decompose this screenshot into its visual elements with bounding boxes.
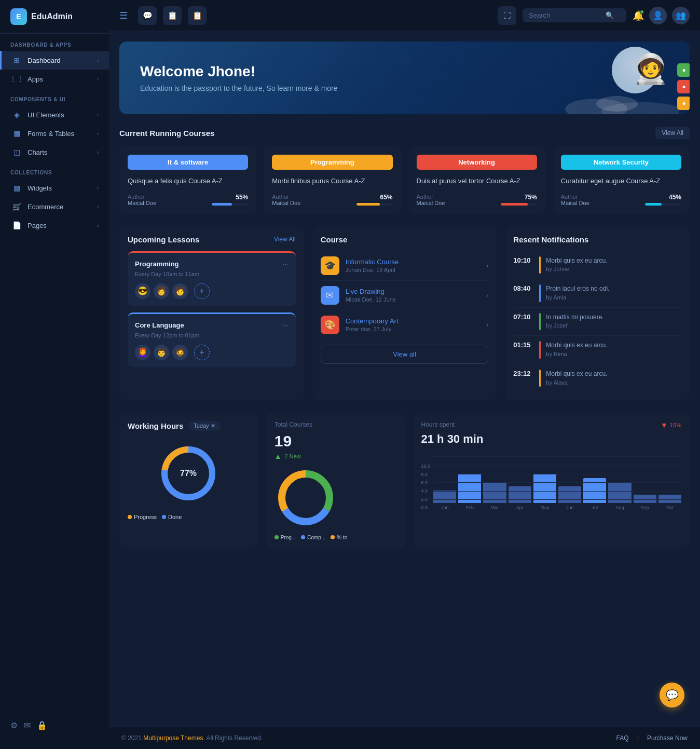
sidebar-item-ecommerce[interactable]: 🛒 Ecommerce › [0,197,109,216]
charts-icon: ◫ [12,147,21,157]
sidebar-label-dashboard: Dashboard [28,57,61,64]
footer-faq-link[interactable]: FAQ [616,734,629,742]
sidebar-label-ecommerce: Ecommerce [28,203,63,211]
sidebar-item-charts[interactable]: ◫ Charts › [0,143,109,161]
side-btn-green[interactable]: ● [677,63,690,77]
topbar-btn-clipboard[interactable]: 📋 [163,6,182,25]
side-action-btns: ● ● ● [677,63,690,110]
course-item-info-0: Informatic Course Johan Doe, 19 April [346,258,481,273]
footer-brand-link[interactable]: Multipurpose Themes [143,734,203,742]
author-name-0: Maical Doe [128,200,156,206]
user-avatar[interactable]: 👤 [649,7,667,24]
notifications-panel: Resent Notifications 10:10 Morbi quis ex… [505,227,690,401]
side-btn-yellow[interactable]: ● [677,97,690,110]
course-item-name-2: Contemporary Art [346,317,481,325]
search-bar[interactable]: 🔍 [523,8,626,22]
hamburger-icon[interactable]: ☰ [119,10,128,21]
y-axis: 10.0 8.0 6.0 4.0 2.0 0.0 [421,464,434,510]
lesson-dots-0[interactable]: ··· [283,260,289,268]
sidebar-item-forms-tables[interactable]: ▦ Forms & Tables › [0,124,109,143]
lesson-card-1: Core Language ··· Every Day 12pm to 01pm… [128,312,296,367]
file-icon: 📋 [193,11,202,20]
forms-icon: ▦ [12,129,21,138]
main-area: ☰ 💬 📋 📋 ⛶ 🔍 🔔 👤 👥 [109,0,700,749]
course-item-name-0: Informatic Course [346,258,481,266]
course-card-3: Network Security Curabitur eget augue Co… [553,146,690,214]
hero-clouds-svg [565,83,679,114]
sidebar-label-apps: Apps [28,75,43,83]
topbar-btn-chat[interactable]: 💬 [138,6,157,25]
topbar-actions: 🔔 👤 👥 [633,7,690,24]
course-item-icon-2: 🎨 [321,316,339,334]
sidebar-item-widgets[interactable]: ▩ Widgets › [0,179,109,197]
hours-spent-label: Hours spent [421,421,484,428]
courses-view-all-btn[interactable]: View All [655,127,690,139]
lesson-avatar-0-2: 🧑 [172,283,188,299]
upcoming-view-all[interactable]: View All [274,236,296,243]
course-item-sub-0: Johan Doe, 19 April [346,267,481,273]
lesson-avatars-1: 👩‍🦰 👨 🧔 + [135,345,289,360]
upcoming-header: Upcoming Lessons View All [128,235,296,244]
course-item-name-1: Live Drawing [346,288,481,295]
lesson-avatar-1-1: 👨 [154,345,169,360]
course-item-icon-0: 🎓 [321,256,339,275]
gear-icon[interactable]: ⚙ [10,720,18,730]
bar-mar [483,456,506,503]
course-item-info-2: Contemporary Art Potar doe, 27 July [346,317,481,332]
course-desc-1: Morbi finibus purus Course A-Z [272,176,392,186]
progress-bar-1 [356,203,393,206]
topbar-btn-file[interactable]: 📋 [188,6,207,25]
author-name-2: Maical Doe [417,200,445,206]
sidebar-item-pages[interactable]: 📄 Pages › [0,216,109,235]
lesson-avatar-add-0[interactable]: + [194,283,210,299]
sidebar-item-ui-elements[interactable]: ◈ UI Elements › [0,105,109,124]
footer-purchase-link[interactable]: Purchase Now [647,734,688,742]
lesson-dots-1[interactable]: ··· [283,321,289,329]
course-item-2[interactable]: 🎨 Contemporary Art Potar doe, 27 July › [321,310,489,339]
course-badge-2: Networking [417,155,537,170]
bar-jan [433,456,456,503]
lesson-time-0: Every Day 10am to 11am [135,271,289,277]
mail-icon[interactable]: ✉ [24,720,31,730]
notif-item-1: 08:40 Proin iacul eros no odi. by Amla [513,279,681,308]
notif-bar-3 [539,341,541,359]
notif-author-2: by Josef [546,322,567,329]
course-item-0[interactable]: 🎓 Informatic Course Johan Doe, 19 April … [321,251,489,281]
working-hours-donut: 77% [128,437,250,510]
notif-text-0: Morbi quis ex eu arcu. by Johne [546,256,607,274]
chevron-icon-widgets: › [97,185,99,191]
sidebar-label-widgets: Widgets [28,184,52,192]
lesson-card-header-1: Core Language ··· [135,321,289,329]
course-item-1[interactable]: ✉ Live Drawing Micak Doe, 12 June › [321,281,489,310]
notif-item-2: 07:10 In mattis mi posuere. by Josef [513,308,681,336]
working-hours-filter[interactable]: Today ✕ [188,421,220,431]
side-btn-red[interactable]: ● [677,80,690,93]
hours-spent-number: 21 h 30 min [421,432,484,446]
hero-illustration: 🧑‍🚀 [575,42,679,114]
notif-author-1: by Amla [546,294,566,301]
course-item-sub-2: Potar doe, 27 July [346,326,481,332]
sidebar-item-apps[interactable]: ⋮⋮ Apps › [0,70,109,88]
dashboard-icon: ⊞ [12,56,21,65]
course-desc-0: Quisque a felis quis Course A-Z [128,176,248,186]
total-courses-badge: ▲ 2 New [274,452,396,460]
search-input[interactable] [529,11,601,19]
section-label-dashboard: DASHBOARD & APPS [0,34,109,51]
logo-text: EduAdmin [31,12,73,21]
lesson-avatar-add-1[interactable]: + [194,345,210,360]
topbar-fullscreen-btn[interactable]: ⛶ [498,6,516,25]
progress-bar-2 [501,203,537,206]
notif-bar-1 [539,284,541,302]
working-hours-legend: Progress Done [128,514,250,520]
courses-section-header: Current Running Courses View All [119,127,690,139]
course-panel-title: Course [321,235,489,244]
content-area: Welcome Jhone! Education is the passport… [109,31,700,727]
course-panel-view-all[interactable]: View all [321,345,489,364]
user-avatar-2[interactable]: 👥 [672,7,690,24]
notif-author-0: by Johne [546,266,569,272]
fab-button[interactable]: 💬 [660,683,684,707]
notif-time-2: 07:10 [513,313,534,331]
lock-icon[interactable]: 🔒 [37,720,47,730]
notification-bell[interactable]: 🔔 [633,10,644,21]
sidebar-item-dashboard[interactable]: ⊞ Dashboard › [0,51,109,70]
